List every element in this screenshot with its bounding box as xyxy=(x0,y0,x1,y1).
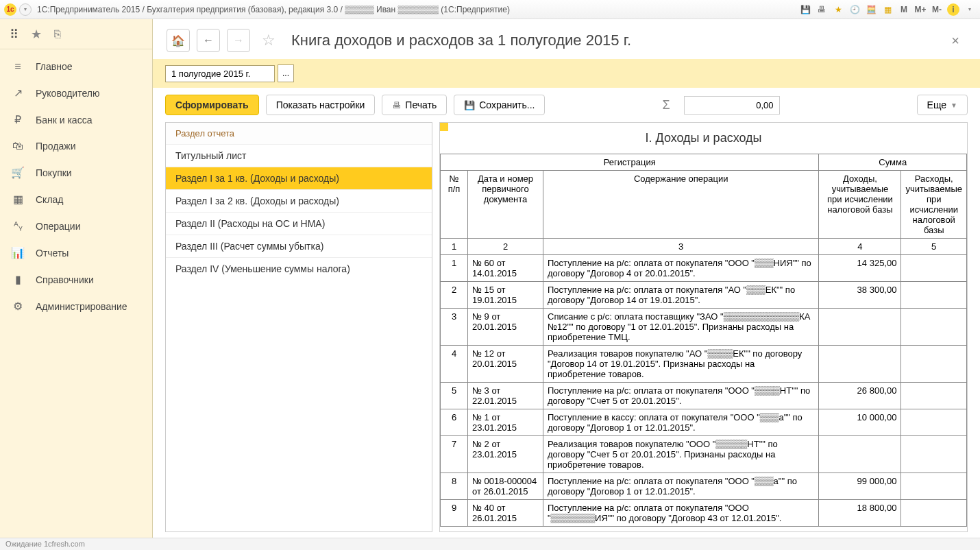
cell-desc: Поступление на р/с: оплата от покупателя… xyxy=(543,282,819,309)
sections-header: Раздел отчета xyxy=(166,123,432,144)
back-button[interactable]: ← xyxy=(197,29,220,52)
nav-item-5[interactable]: ▦Склад xyxy=(0,186,152,213)
nav-label: Руководителю xyxy=(36,88,99,99)
table-row[interactable]: 7№ 2 от 23.01.2015Реализация товаров пок… xyxy=(441,436,967,473)
form-button[interactable]: Сформировать xyxy=(165,95,259,115)
nav-item-8[interactable]: ▮Справочники xyxy=(0,266,152,293)
table-row[interactable]: 1№ 60 от 14.01.2015Поступление на р/с: о… xyxy=(441,255,967,282)
save-db-icon[interactable]: 💾 xyxy=(799,3,811,16)
cell-doc: № 1 от 23.01.2015 xyxy=(468,409,543,436)
nav-label: Отчеты xyxy=(36,248,69,259)
report-table: Регистрация Сумма № п/п Дата и номер пер… xyxy=(440,154,967,527)
cell-income: 18 800,00 xyxy=(819,500,901,527)
cell-expense xyxy=(901,255,967,282)
window-title: 1С:Предприниматель 2015 / Бухгалтерия пр… xyxy=(37,5,799,14)
col-npp: № п/п xyxy=(441,171,468,239)
cell-doc: № 15 от 19.01.2015 xyxy=(468,282,543,309)
calendar-icon[interactable]: ▦ xyxy=(881,3,894,16)
calculator-icon[interactable]: 🧮 xyxy=(865,3,877,16)
section-item-1[interactable]: Раздел I за 1 кв. (Доходы и расходы) xyxy=(166,167,432,189)
diskette-icon: 💾 xyxy=(464,100,475,110)
cell-doc: № 2 от 23.01.2015 xyxy=(468,436,543,473)
nav-item-2[interactable]: ₽Банк и касса xyxy=(0,106,152,133)
sidebar-top-bar: ⠿ ★ ⎘ xyxy=(0,19,152,49)
m-plus-button[interactable]: M+ xyxy=(914,3,927,16)
cell-desc: Поступление на р/с: оплата от покупателя… xyxy=(543,500,819,527)
period-picker-button[interactable]: ... xyxy=(278,64,294,82)
table-row[interactable]: 8№ 0018-000004 от 26.01.2015Поступление … xyxy=(441,473,967,500)
table-row[interactable]: 5№ 3 от 22.01.2015Поступление на р/с: оп… xyxy=(441,383,967,409)
m-button[interactable]: M xyxy=(898,3,910,16)
m-minus-button[interactable]: M- xyxy=(931,3,943,16)
table-row[interactable]: 4№ 12 от 20.01.2015Реализация товаров по… xyxy=(441,346,967,383)
sidebar: ⠿ ★ ⎘ ≡Главное↗Руководителю₽Банк и касса… xyxy=(0,19,153,538)
cell-npp: 6 xyxy=(441,409,468,436)
cell-doc: № 12 от 20.01.2015 xyxy=(468,346,543,383)
nav-item-4[interactable]: 🛒Покупки xyxy=(0,159,152,186)
more-button[interactable]: Еще ▼ xyxy=(917,95,968,115)
cell-npp: 3 xyxy=(441,309,468,346)
close-tab-button[interactable]: × xyxy=(944,33,966,49)
info-dropdown-icon[interactable]: ▾ xyxy=(964,3,976,16)
table-row[interactable]: 3№ 9 от 20.01.2015Списание с р/с: оплата… xyxy=(441,309,967,346)
col-desc: Содержание операции xyxy=(543,171,819,239)
section-item-5[interactable]: Раздел IV (Уменьшение суммы налога) xyxy=(166,257,432,280)
cell-npp: 7 xyxy=(441,436,468,473)
nav-icon: 🛒 xyxy=(11,166,25,179)
nav-item-7[interactable]: 📊Отчеты xyxy=(0,239,152,266)
cell-desc: Поступление в кассу: оплата от покупател… xyxy=(543,409,819,436)
sum-input[interactable] xyxy=(684,96,780,115)
cell-expense xyxy=(901,383,967,409)
apps-grid-icon[interactable]: ⠿ xyxy=(10,27,19,42)
favorite-icon[interactable]: ★ xyxy=(832,3,844,16)
cell-doc: № 9 от 20.01.2015 xyxy=(468,309,543,346)
cell-income: 38 300,00 xyxy=(819,282,901,309)
print-button[interactable]: 🖶Печать xyxy=(382,95,447,115)
table-row[interactable]: 2№ 15 от 19.01.2015Поступление на р/с: о… xyxy=(441,282,967,309)
nav-item-6[interactable]: ᴬᵧОперации xyxy=(0,213,152,239)
report-marker xyxy=(440,123,448,131)
period-input[interactable] xyxy=(165,65,275,82)
cell-expense xyxy=(901,309,967,346)
cell-npp: 4 xyxy=(441,346,468,383)
home-button[interactable]: 🏠 xyxy=(167,29,190,52)
info-icon[interactable]: i xyxy=(947,3,959,16)
print-label: Печать xyxy=(405,99,437,110)
favorites-icon[interactable]: ★ xyxy=(31,27,42,42)
cell-income: 26 800,00 xyxy=(819,383,901,409)
sigma-icon[interactable]: Σ xyxy=(655,98,676,112)
report-panel[interactable]: I. Доходы и расходы Регистрация Сумма № … xyxy=(439,122,968,532)
nav-icon: ▦ xyxy=(11,193,25,206)
table-row[interactable]: 6№ 1 от 23.01.2015Поступление в кассу: о… xyxy=(441,409,967,436)
titlebar-right-icons: 💾 🖶 ★ 🕘 🧮 ▦ M M+ M- i ▾ xyxy=(799,3,976,16)
section-item-4[interactable]: Раздел III (Расчет суммы убытка) xyxy=(166,235,432,257)
section-item-0[interactable]: Титульный лист xyxy=(166,144,432,167)
nav-icon: ▮ xyxy=(11,273,25,286)
section-item-2[interactable]: Раздел I за 2 кв. (Доходы и расходы) xyxy=(166,189,432,212)
nav-label: Склад xyxy=(36,194,64,205)
printer-icon: 🖶 xyxy=(392,100,401,110)
print-icon[interactable]: 🖶 xyxy=(816,3,828,16)
nav-label: Продажи xyxy=(36,141,75,152)
cell-expense xyxy=(901,282,967,309)
table-row[interactable]: 9№ 40 от 26.01.2015Поступление на р/с: о… xyxy=(441,500,967,527)
history-icon[interactable]: 🕘 xyxy=(848,3,861,16)
nav-item-1[interactable]: ↗Руководителю xyxy=(0,80,152,106)
bookmark-icon[interactable]: ☆ xyxy=(257,29,280,52)
nav-icon: ↗ xyxy=(11,86,25,99)
cell-desc: Реализация товаров покупателю "ООО "▒▒▒▒… xyxy=(543,436,819,473)
nav-label: Справочники xyxy=(36,274,94,285)
nav-item-0[interactable]: ≡Главное xyxy=(0,53,152,80)
show-settings-button[interactable]: Показать настройки xyxy=(266,95,376,115)
status-text: Ожидание 1cfresh.com xyxy=(5,540,85,548)
sections-panel: Раздел отчета Титульный листРаздел I за … xyxy=(165,122,432,532)
clipboard-icon[interactable]: ⎘ xyxy=(54,28,61,40)
titlebar: 1c ▾ 1С:Предприниматель 2015 / Бухгалтер… xyxy=(0,0,980,19)
app-menu-icon[interactable]: ▾ xyxy=(19,3,32,16)
nav-item-9[interactable]: ⚙Администрирование xyxy=(0,293,152,320)
nav-item-3[interactable]: 🛍Продажи xyxy=(0,133,152,159)
section-item-3[interactable]: Раздел II (Расходы на ОС и НМА) xyxy=(166,212,432,235)
nav-icon: 📊 xyxy=(11,246,25,259)
save-button[interactable]: 💾Сохранить... xyxy=(454,95,545,115)
forward-button[interactable]: → xyxy=(227,29,250,52)
